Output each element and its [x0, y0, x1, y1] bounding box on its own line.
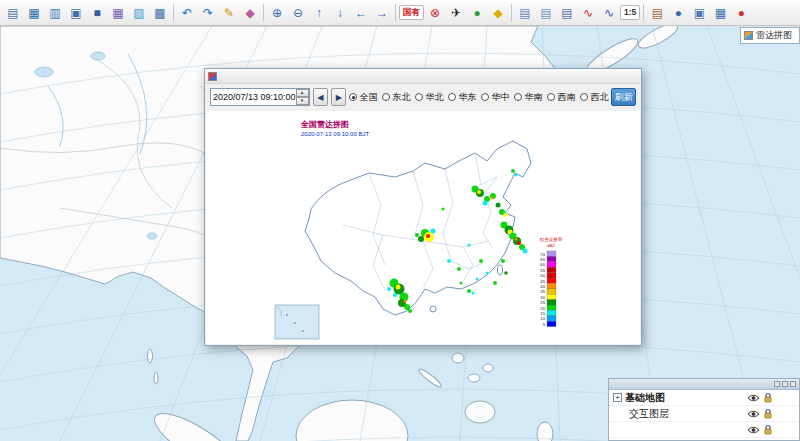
layer-stack3-icon[interactable]: ▤	[557, 3, 577, 23]
legend-swatch	[547, 262, 556, 267]
region-radio-4[interactable]: 华中	[481, 91, 509, 104]
edit-pencil-icon[interactable]: ✎	[219, 3, 239, 23]
radio-circle	[481, 93, 489, 101]
region-radio-6[interactable]: 西南	[547, 91, 575, 104]
boundary-toggle[interactable]: 国有	[399, 5, 424, 20]
layer-label: 基础地图	[625, 391, 744, 405]
workstation-icon[interactable]: ▣	[689, 3, 709, 23]
radar-image: 全国雷达拼图 2020-07-13 09:10:00 BJT	[273, 113, 573, 343]
radar-echo	[447, 259, 451, 263]
legend-value: 25	[540, 300, 545, 305]
zoom-in-icon[interactable]: ⊕	[267, 3, 287, 23]
south-china-sea-inset	[275, 305, 319, 339]
region-radio-3[interactable]: 华东	[448, 91, 476, 104]
region-radio-0[interactable]: 全国	[349, 91, 377, 104]
target-icon[interactable]: ⊗	[425, 3, 445, 23]
toolbar-separator	[643, 4, 644, 21]
layer-row-cutoff[interactable]	[609, 422, 799, 438]
legend-value: 40	[540, 284, 545, 289]
lock-icon[interactable]	[763, 392, 773, 404]
region-radio-group: 全国东北华北华东华中华南西南西北	[349, 91, 608, 104]
data-table-icon[interactable]: ▥	[45, 3, 65, 23]
pan-up-icon[interactable]: ↑	[309, 3, 329, 23]
region-radio-1[interactable]: 东北	[382, 91, 410, 104]
layer-label: 交互图层	[629, 407, 744, 421]
radar-controls: 2020/07/13 09:10:00 ▲ ▼ ◀ ▶ 全国东北华北华东华中华南…	[205, 84, 641, 110]
visibility-eye-icon[interactable]	[747, 409, 760, 419]
radar-echo	[468, 244, 471, 247]
scale-label[interactable]: 1:5	[620, 5, 640, 20]
tree-expander-icon[interactable]: +	[613, 393, 622, 402]
panel-minimize-icon[interactable]	[774, 381, 780, 387]
spin-up-button[interactable]: ▲	[296, 89, 309, 97]
database-icon[interactable]: ▤	[647, 3, 667, 23]
record-icon[interactable]: ●	[731, 3, 751, 23]
lock-icon[interactable]	[763, 408, 773, 420]
layer-row-interactive[interactable]: 交互图层	[609, 406, 799, 422]
chart-grid-icon[interactable]: ▩	[150, 3, 170, 23]
visibility-eye-icon[interactable]	[747, 393, 760, 403]
pan-down-icon[interactable]: ↓	[330, 3, 350, 23]
layer-stack-icon[interactable]: ▤	[515, 3, 535, 23]
region-radio-2[interactable]: 华北	[415, 91, 443, 104]
layer-stack2-icon[interactable]: ▤	[536, 3, 556, 23]
datetime-picker[interactable]: 2020/07/13 09:10:00 ▲ ▼	[210, 88, 310, 106]
radio-label: 华东	[458, 91, 476, 104]
radio-label: 全国	[359, 91, 377, 104]
image-icon[interactable]: ▨	[129, 3, 149, 23]
panel-dock-icon[interactable]	[782, 381, 788, 387]
radar-echo	[404, 300, 407, 303]
pin-icon[interactable]: ◆	[488, 3, 508, 23]
layers-purple-icon[interactable]: ▦	[108, 3, 128, 23]
open-grid-icon[interactable]: ▦	[24, 3, 44, 23]
datetime-spinner: ▲ ▼	[296, 89, 309, 105]
toolbar-separator	[511, 4, 512, 21]
layers-panel[interactable]: + 基础地图 交互图层	[608, 378, 800, 441]
zoom-out-icon[interactable]: ⊖	[288, 3, 308, 23]
pan-left-icon[interactable]: ←	[351, 3, 371, 23]
prev-time-button[interactable]: ◀	[313, 88, 328, 106]
new-file-icon[interactable]: ▤	[3, 3, 23, 23]
radar-echo	[442, 208, 445, 211]
undo-icon[interactable]: ↶	[177, 3, 197, 23]
station-icon[interactable]: ●	[467, 3, 487, 23]
radar-mosaic-tab[interactable]: 雷达拼图	[740, 27, 800, 44]
spin-down-button[interactable]: ▼	[296, 97, 309, 105]
dialog-titlebar[interactable]	[205, 69, 641, 84]
next-time-button[interactable]: ▶	[331, 88, 346, 106]
region-radio-5[interactable]: 华南	[514, 91, 542, 104]
save-icon[interactable]: ■	[87, 3, 107, 23]
radar-dialog[interactable]: 2020/07/13 09:10:00 ▲ ▼ ◀ ▶ 全国东北华北华东华中华南…	[204, 68, 642, 346]
curve-chart-icon[interactable]: ∿	[578, 3, 598, 23]
radar-echo	[511, 169, 515, 173]
flight-icon[interactable]: ✈	[446, 3, 466, 23]
legend-value: 45	[540, 279, 545, 284]
monitor-icon[interactable]: ▣	[66, 3, 86, 23]
radar-echo	[523, 249, 528, 254]
refresh-button[interactable]: 刷新	[611, 88, 636, 106]
radio-circle	[448, 93, 456, 101]
layer-row-base-map[interactable]: + 基础地图	[609, 390, 799, 406]
radio-circle	[514, 93, 522, 101]
grid-icon[interactable]: ▦	[710, 3, 730, 23]
visibility-eye-icon[interactable]	[747, 425, 760, 435]
redo-icon[interactable]: ↷	[198, 3, 218, 23]
radar-echo	[479, 259, 483, 263]
legend-value: 15	[540, 311, 545, 316]
radar-tab-label: 雷达拼图	[756, 29, 792, 42]
radar-echo	[418, 236, 424, 242]
pan-right-icon[interactable]: →	[372, 3, 392, 23]
legend-value: 20	[540, 306, 545, 311]
radio-circle	[580, 93, 588, 101]
lock-icon[interactable]	[763, 424, 773, 436]
profile-chart-icon[interactable]: ∿	[599, 3, 619, 23]
legend-value: 35	[540, 289, 545, 294]
globe-icon[interactable]: ●	[668, 3, 688, 23]
radar-echo	[493, 281, 497, 285]
toolbar-separator	[263, 4, 264, 21]
panel-close-icon[interactable]	[790, 381, 796, 387]
marker-icon[interactable]: ◆	[240, 3, 260, 23]
region-radio-7[interactable]: 西北	[580, 91, 608, 104]
dialog-icon	[208, 72, 217, 81]
datetime-value: 2020/07/13 09:10:00	[211, 92, 296, 102]
